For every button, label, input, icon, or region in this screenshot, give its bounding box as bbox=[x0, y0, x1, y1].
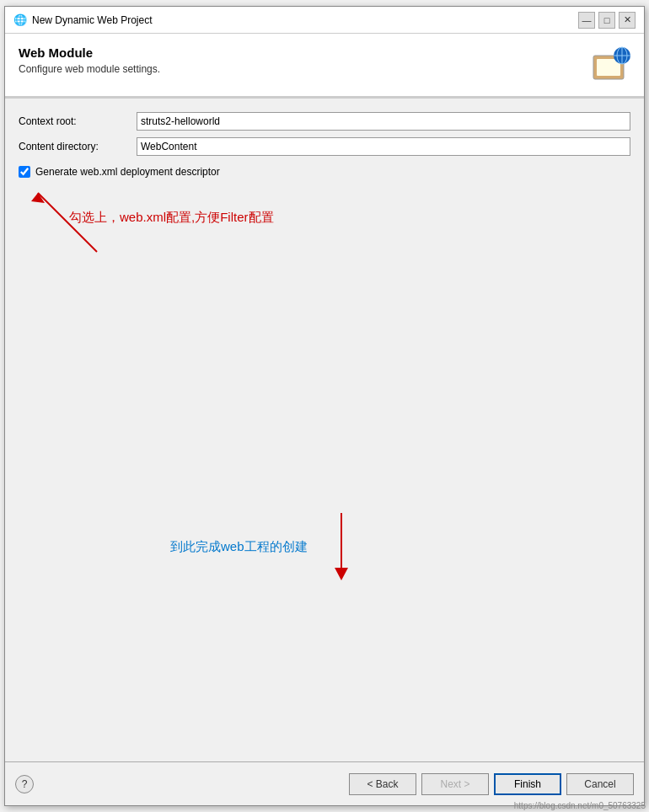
maximize-button[interactable]: □ bbox=[598, 12, 615, 29]
annotation-arrows bbox=[19, 184, 630, 673]
finish-button[interactable]: Finish bbox=[494, 773, 561, 795]
content-area: Context root: Content directory: Generat… bbox=[5, 99, 644, 761]
back-button[interactable]: < Back bbox=[349, 773, 416, 795]
close-button[interactable]: ✕ bbox=[619, 12, 636, 29]
page-subtitle: Configure web module settings. bbox=[19, 63, 160, 75]
footer: ? < Back Next > Finish Cancel bbox=[5, 761, 644, 805]
next-button[interactable]: Next > bbox=[421, 773, 489, 795]
annotation-area: 勾选上，web.xml配置,方便Filter配置 到此完成web工程的创建 bbox=[19, 184, 630, 673]
header-icon bbox=[590, 45, 630, 86]
annotation-text-2: 到此完成web工程的创建 bbox=[170, 539, 308, 555]
svg-marker-7 bbox=[31, 193, 45, 203]
page-title: Web Module bbox=[19, 45, 160, 60]
checkbox-label: Generate web.xml deployment descriptor bbox=[35, 166, 220, 178]
minimize-button[interactable]: — bbox=[578, 12, 595, 29]
context-root-row: Context root: bbox=[19, 112, 630, 131]
content-dir-label: Content directory: bbox=[19, 141, 137, 152]
checkbox-row: Generate web.xml deployment descriptor bbox=[19, 166, 630, 178]
footer-buttons: < Back Next > Finish Cancel bbox=[349, 773, 634, 795]
app-icon: 🌐 bbox=[13, 13, 27, 27]
context-root-input[interactable] bbox=[137, 112, 630, 131]
cancel-button[interactable]: Cancel bbox=[566, 773, 634, 795]
annotation-text-1: 勾选上，web.xml配置,方便Filter配置 bbox=[69, 210, 274, 226]
title-bar: 🌐 New Dynamic Web Project — □ ✕ bbox=[5, 7, 644, 34]
content-dir-input[interactable] bbox=[137, 137, 630, 156]
title-bar-controls: — □ ✕ bbox=[578, 12, 636, 29]
svg-marker-9 bbox=[335, 568, 348, 580]
dialog-window: 🌐 New Dynamic Web Project — □ ✕ Web Modu… bbox=[4, 6, 645, 806]
footer-left: ? bbox=[15, 775, 34, 793]
header-section: Web Module Configure web module settings… bbox=[5, 34, 644, 98]
header-text: Web Module Configure web module settings… bbox=[19, 45, 160, 75]
help-button[interactable]: ? bbox=[15, 775, 34, 793]
generate-webxml-checkbox[interactable] bbox=[19, 166, 30, 178]
watermark: https://blog.csdn.net/m0_50763325 bbox=[514, 801, 646, 810]
title-bar-text: New Dynamic Web Project bbox=[32, 14, 153, 26]
context-root-label: Context root: bbox=[19, 115, 137, 127]
content-dir-row: Content directory: bbox=[19, 137, 630, 156]
